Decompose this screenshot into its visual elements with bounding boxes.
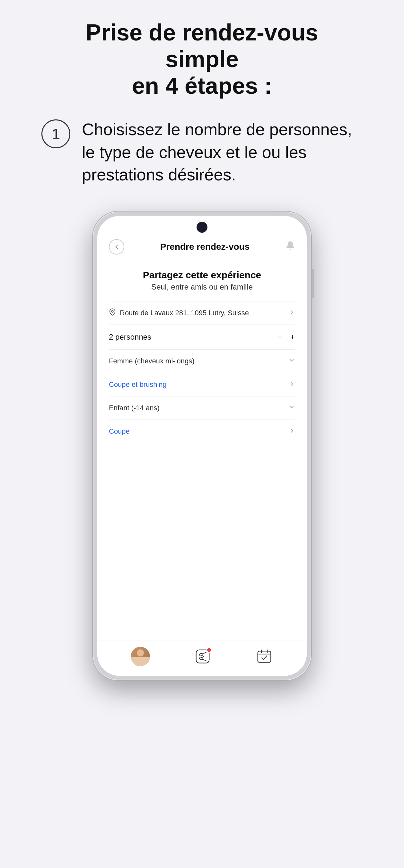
- chevron-right-service1-icon: [289, 380, 295, 389]
- experience-title: Partagez cette expérience: [109, 270, 295, 281]
- notifications-button[interactable]: [286, 241, 295, 253]
- back-button[interactable]: [109, 239, 124, 254]
- nav-profile-button[interactable]: [131, 647, 150, 666]
- location-info: Route de Lavaux 281, 1095 Lutry, Suisse: [109, 309, 249, 317]
- svg-line-5: [202, 659, 206, 661]
- app-header: Prendre rendez-vous: [97, 233, 307, 260]
- persons-plus-button[interactable]: +: [290, 332, 295, 342]
- service-2-label: Coupe: [109, 427, 130, 436]
- location-text: Route de Lavaux 281, 1095 Lutry, Suisse: [120, 309, 249, 317]
- camera-punch-hole: [197, 222, 207, 233]
- avatar: [131, 647, 150, 666]
- persons-controls: − +: [277, 332, 295, 342]
- service-row-2[interactable]: Coupe: [109, 420, 295, 443]
- phone-frame: Prendre rendez-vous Partagez cette expér…: [93, 212, 311, 680]
- app-content: Partagez cette expérience Seul, entre am…: [97, 260, 307, 547]
- step-row-1: 1 Choisissez le nombre de personnes, le …: [41, 118, 363, 186]
- nav-calendar-button[interactable]: [255, 648, 273, 665]
- screen-title: Prendre rendez-vous: [160, 242, 250, 252]
- chevron-down-hair-icon: [288, 356, 295, 366]
- location-pin-icon: [109, 309, 116, 317]
- app-screen: Prendre rendez-vous Partagez cette expér…: [97, 233, 307, 676]
- bottom-nav: [97, 640, 307, 676]
- svg-line-4: [202, 652, 206, 654]
- step-description: Choisissez le nombre de personnes, le ty…: [82, 118, 363, 186]
- location-row[interactable]: Route de Lavaux 281, 1095 Lutry, Suisse: [109, 302, 295, 325]
- nav-services-button[interactable]: [194, 648, 212, 665]
- persons-row: 2 personnes − +: [109, 325, 295, 349]
- page-title: Prise de rendez-vous simpleen 4 étapes :: [57, 19, 347, 99]
- notification-dot-icon: [206, 648, 212, 653]
- service-1-label: Coupe et brushing: [109, 380, 167, 389]
- child-type-row[interactable]: Enfant (-14 ans): [109, 397, 295, 420]
- svg-rect-8: [258, 651, 271, 662]
- step-number-1: 1: [41, 119, 70, 148]
- chevron-right-location-icon: [289, 309, 295, 317]
- persons-minus-button[interactable]: −: [277, 332, 282, 342]
- chevron-right-service2-icon: [289, 427, 295, 436]
- service-row-1[interactable]: Coupe et brushing: [109, 373, 295, 397]
- hair-type-label: Femme (cheveux mi-longs): [109, 357, 195, 365]
- child-type-label: Enfant (-14 ans): [109, 404, 160, 412]
- chevron-down-child-icon: [288, 403, 295, 412]
- phone-mockup: Prendre rendez-vous Partagez cette expér…: [77, 212, 327, 680]
- persons-label: 2 personnes: [109, 333, 151, 342]
- experience-subtitle: Seul, entre amis ou en famille: [109, 282, 295, 291]
- svg-line-7: [202, 656, 204, 657]
- hair-type-row[interactable]: Femme (cheveux mi-longs): [109, 349, 295, 373]
- phone-screen-area: Prendre rendez-vous Partagez cette expér…: [97, 216, 307, 676]
- content-spacer: [97, 546, 307, 640]
- svg-point-0: [111, 310, 113, 312]
